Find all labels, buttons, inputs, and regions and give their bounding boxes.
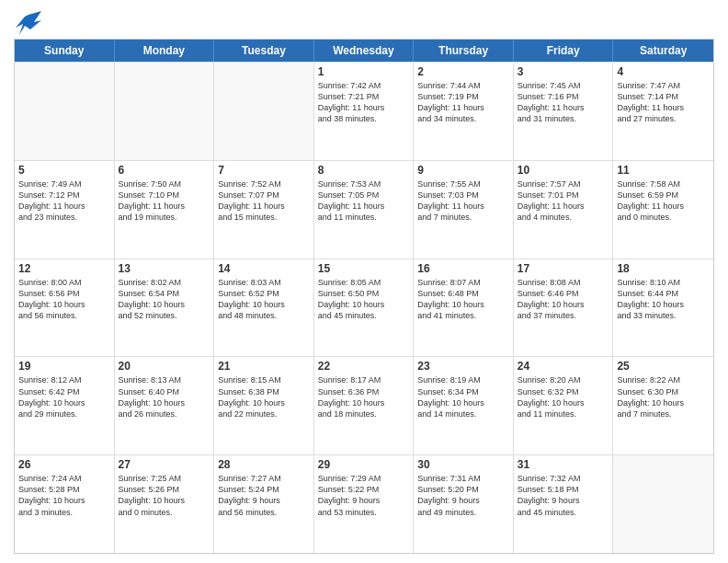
cell-info: Sunrise: 7:24 AMSunset: 5:28 PMDaylight:… — [18, 473, 110, 518]
calendar-cell: 14Sunrise: 8:03 AMSunset: 6:52 PMDayligh… — [214, 259, 314, 357]
day-number: 10 — [518, 164, 609, 177]
cell-info: Sunrise: 8:20 AMSunset: 6:32 PMDaylight:… — [518, 374, 609, 419]
calendar-cell: 25Sunrise: 8:22 AMSunset: 6:30 PMDayligh… — [613, 357, 713, 454]
day-number: 13 — [119, 262, 210, 275]
calendar-row-1: 1Sunrise: 7:42 AMSunset: 7:21 PMDaylight… — [15, 62, 713, 160]
day-number: 16 — [417, 262, 509, 275]
day-number: 31 — [518, 458, 609, 471]
calendar-cell: 12Sunrise: 8:00 AMSunset: 6:56 PMDayligh… — [15, 259, 115, 357]
day-number: 2 — [417, 65, 509, 78]
calendar-cell: 24Sunrise: 8:20 AMSunset: 6:32 PMDayligh… — [514, 357, 614, 454]
day-number: 6 — [119, 164, 210, 177]
day-header-friday: Friday — [514, 40, 614, 62]
cell-info: Sunrise: 7:31 AMSunset: 5:20 PMDaylight:… — [417, 473, 509, 518]
day-number: 11 — [617, 164, 710, 177]
day-number: 12 — [18, 262, 110, 275]
day-number: 25 — [617, 360, 710, 373]
day-number: 19 — [18, 360, 110, 373]
day-number: 4 — [617, 65, 710, 78]
calendar: SundayMondayTuesdayWednesdayThursdayFrid… — [14, 39, 714, 554]
day-number: 28 — [218, 458, 310, 471]
cell-info: Sunrise: 7:58 AMSunset: 6:59 PMDaylight:… — [617, 178, 710, 224]
cell-info: Sunrise: 7:29 AMSunset: 5:22 PMDaylight:… — [318, 473, 410, 518]
cell-info: Sunrise: 7:55 AMSunset: 7:03 PMDaylight:… — [417, 178, 509, 224]
calendar-header: SundayMondayTuesdayWednesdayThursdayFrid… — [15, 40, 713, 62]
calendar-cell: 28Sunrise: 7:27 AMSunset: 5:24 PMDayligh… — [214, 455, 314, 553]
day-header-sunday: Sunday — [15, 40, 115, 62]
day-number: 22 — [318, 360, 410, 373]
calendar-body: 1Sunrise: 7:42 AMSunset: 7:21 PMDaylight… — [15, 62, 713, 553]
calendar-cell: 19Sunrise: 8:12 AMSunset: 6:42 PMDayligh… — [15, 357, 115, 454]
day-header-monday: Monday — [115, 40, 215, 62]
logo — [14, 9, 41, 31]
calendar-cell: 31Sunrise: 7:32 AMSunset: 5:18 PMDayligh… — [514, 455, 614, 553]
day-number: 18 — [617, 262, 710, 275]
cell-info: Sunrise: 7:52 AMSunset: 7:07 PMDaylight:… — [218, 178, 310, 224]
day-number: 30 — [417, 458, 509, 471]
day-number: 27 — [119, 458, 210, 471]
cell-info: Sunrise: 8:12 AMSunset: 6:42 PMDaylight:… — [18, 374, 110, 419]
day-number: 8 — [318, 164, 410, 177]
logo-bird-icon — [16, 9, 41, 35]
day-number: 17 — [518, 262, 609, 275]
day-number: 24 — [518, 360, 609, 373]
day-number: 20 — [119, 360, 210, 373]
calendar-cell: 22Sunrise: 8:17 AMSunset: 6:36 PMDayligh… — [314, 357, 415, 454]
header — [14, 9, 714, 31]
cell-info: Sunrise: 7:47 AMSunset: 7:14 PMDaylight:… — [617, 80, 710, 125]
cell-info: Sunrise: 8:08 AMSunset: 6:46 PMDaylight:… — [518, 277, 609, 322]
calendar-cell: 20Sunrise: 8:13 AMSunset: 6:40 PMDayligh… — [115, 357, 215, 454]
cell-info: Sunrise: 7:50 AMSunset: 7:10 PMDaylight:… — [119, 178, 210, 224]
cell-info: Sunrise: 8:17 AMSunset: 6:36 PMDaylight:… — [318, 374, 410, 419]
calendar-cell — [214, 63, 314, 160]
calendar-cell: 16Sunrise: 8:07 AMSunset: 6:48 PMDayligh… — [414, 259, 514, 357]
calendar-cell: 1Sunrise: 7:42 AMSunset: 7:21 PMDaylight… — [314, 63, 415, 160]
calendar-cell: 27Sunrise: 7:25 AMSunset: 5:26 PMDayligh… — [115, 455, 215, 553]
calendar-cell: 8Sunrise: 7:53 AMSunset: 7:05 PMDaylight… — [314, 161, 415, 259]
day-number: 14 — [218, 262, 310, 275]
cell-info: Sunrise: 8:15 AMSunset: 6:38 PMDaylight:… — [218, 374, 310, 419]
day-number: 26 — [18, 458, 110, 471]
calendar-cell: 10Sunrise: 7:57 AMSunset: 7:01 PMDayligh… — [514, 161, 614, 259]
cell-info: Sunrise: 7:45 AMSunset: 7:16 PMDaylight:… — [518, 80, 609, 125]
calendar-cell: 26Sunrise: 7:24 AMSunset: 5:28 PMDayligh… — [15, 455, 115, 553]
cell-info: Sunrise: 7:32 AMSunset: 5:18 PMDaylight:… — [518, 473, 609, 518]
calendar-cell: 13Sunrise: 8:02 AMSunset: 6:54 PMDayligh… — [115, 259, 215, 357]
calendar-row-5: 26Sunrise: 7:24 AMSunset: 5:28 PMDayligh… — [15, 454, 713, 553]
calendar-cell — [15, 63, 115, 160]
calendar-cell — [613, 455, 713, 553]
cell-info: Sunrise: 7:25 AMSunset: 5:26 PMDaylight:… — [119, 473, 210, 518]
cell-info: Sunrise: 8:13 AMSunset: 6:40 PMDaylight:… — [119, 374, 210, 419]
calendar-cell: 18Sunrise: 8:10 AMSunset: 6:44 PMDayligh… — [613, 259, 713, 357]
cell-info: Sunrise: 7:27 AMSunset: 5:24 PMDaylight:… — [218, 473, 310, 518]
cell-info: Sunrise: 8:03 AMSunset: 6:52 PMDaylight:… — [218, 277, 310, 322]
cell-info: Sunrise: 8:10 AMSunset: 6:44 PMDaylight:… — [617, 277, 710, 322]
cell-info: Sunrise: 8:02 AMSunset: 6:54 PMDaylight:… — [119, 277, 210, 322]
day-number: 7 — [218, 164, 310, 177]
calendar-row-3: 12Sunrise: 8:00 AMSunset: 6:56 PMDayligh… — [15, 259, 713, 357]
calendar-cell: 11Sunrise: 7:58 AMSunset: 6:59 PMDayligh… — [613, 161, 713, 259]
day-header-tuesday: Tuesday — [214, 40, 314, 62]
day-number: 15 — [318, 262, 410, 275]
calendar-cell: 2Sunrise: 7:44 AMSunset: 7:19 PMDaylight… — [414, 63, 514, 160]
cell-info: Sunrise: 8:07 AMSunset: 6:48 PMDaylight:… — [417, 277, 509, 322]
day-number: 23 — [417, 360, 509, 373]
calendar-row-4: 19Sunrise: 8:12 AMSunset: 6:42 PMDayligh… — [15, 356, 713, 454]
calendar-row-2: 5Sunrise: 7:49 AMSunset: 7:12 PMDaylight… — [15, 160, 713, 259]
calendar-cell: 17Sunrise: 8:08 AMSunset: 6:46 PMDayligh… — [514, 259, 614, 357]
cell-info: Sunrise: 7:42 AMSunset: 7:21 PMDaylight:… — [318, 80, 410, 125]
day-number: 29 — [318, 458, 410, 471]
calendar-cell: 7Sunrise: 7:52 AMSunset: 7:07 PMDaylight… — [214, 161, 314, 259]
calendar-cell: 21Sunrise: 8:15 AMSunset: 6:38 PMDayligh… — [214, 357, 314, 454]
cell-info: Sunrise: 8:22 AMSunset: 6:30 PMDaylight:… — [617, 374, 710, 419]
day-number: 9 — [417, 164, 509, 177]
page: SundayMondayTuesdayWednesdayThursdayFrid… — [0, 0, 728, 563]
cell-info: Sunrise: 8:19 AMSunset: 6:34 PMDaylight:… — [417, 374, 509, 419]
cell-info: Sunrise: 7:49 AMSunset: 7:12 PMDaylight:… — [18, 178, 110, 224]
cell-info: Sunrise: 7:57 AMSunset: 7:01 PMDaylight:… — [518, 178, 609, 224]
calendar-cell: 3Sunrise: 7:45 AMSunset: 7:16 PMDaylight… — [514, 63, 614, 160]
calendar-cell: 9Sunrise: 7:55 AMSunset: 7:03 PMDaylight… — [414, 161, 514, 259]
calendar-cell: 4Sunrise: 7:47 AMSunset: 7:14 PMDaylight… — [613, 63, 713, 160]
day-number: 1 — [318, 65, 410, 78]
calendar-cell: 6Sunrise: 7:50 AMSunset: 7:10 PMDaylight… — [115, 161, 215, 259]
